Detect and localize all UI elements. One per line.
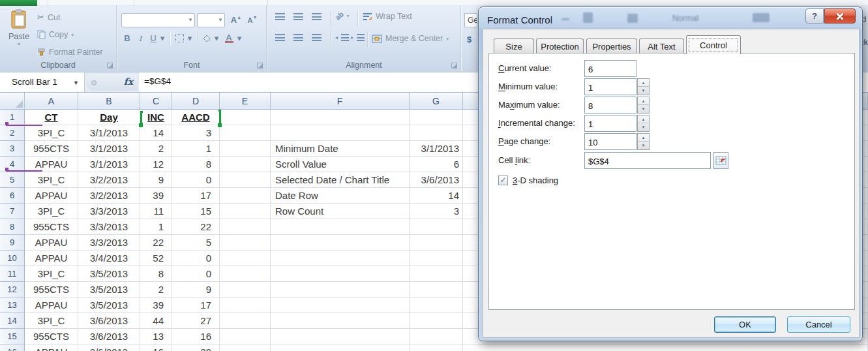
- font-dialog-launcher[interactable]: [257, 63, 263, 69]
- cell-B12[interactable]: 3/5/2013: [78, 282, 140, 298]
- orientation-button[interactable]: ab ▾: [335, 12, 350, 20]
- cell-B13[interactable]: 3/5/2013: [78, 298, 140, 313]
- cell-A8[interactable]: 955CTS: [25, 219, 78, 235]
- cell-C9[interactable]: 22: [140, 235, 172, 251]
- cell-E10[interactable]: [220, 251, 271, 266]
- tab-control[interactable]: Control: [686, 35, 741, 54]
- range-handle-purple[interactable]: [5, 168, 8, 171]
- cell-B8[interactable]: 3/3/2013: [78, 219, 140, 235]
- cell-C15[interactable]: 13: [140, 329, 172, 344]
- cell-D15[interactable]: 16: [172, 329, 220, 344]
- cell-C12[interactable]: 2: [140, 282, 172, 298]
- cell-E13[interactable]: [220, 298, 271, 313]
- tab-properties[interactable]: Properties: [586, 38, 637, 53]
- cell-F9[interactable]: [271, 235, 410, 251]
- cell-C7[interactable]: 11: [140, 204, 172, 219]
- cell-F4[interactable]: Scroll Value: [271, 157, 410, 172]
- range-handle-green[interactable]: [218, 123, 222, 127]
- cell-B3[interactable]: 3/1/2013: [78, 141, 140, 157]
- cell-A2[interactable]: 3PI_C: [25, 125, 78, 141]
- cell-G7[interactable]: 3: [410, 204, 463, 219]
- cell-G8[interactable]: [410, 219, 463, 235]
- cell-D10[interactable]: 0: [172, 251, 220, 266]
- row-header-10[interactable]: 10: [0, 251, 25, 266]
- row-header-6[interactable]: 6: [0, 188, 25, 204]
- cell-C10[interactable]: 52: [140, 251, 172, 266]
- cell-D9[interactable]: 5: [172, 235, 220, 251]
- column-header-E[interactable]: E: [220, 93, 271, 110]
- cell-F3[interactable]: Minimum Date: [271, 141, 410, 157]
- cell-E8[interactable]: [220, 219, 271, 235]
- decrease-indent-button[interactable]: ◂: [335, 34, 349, 41]
- column-header-C[interactable]: C: [140, 93, 172, 110]
- cell-G11[interactable]: [410, 266, 463, 282]
- spinner-down-icon[interactable]: ▼: [638, 142, 649, 149]
- cell-F7[interactable]: Row Count: [271, 204, 410, 219]
- tab-alt-text[interactable]: Alt Text: [639, 38, 684, 53]
- cell-E14[interactable]: [220, 313, 271, 329]
- cell-B10[interactable]: 3/4/2013: [78, 251, 140, 266]
- cell-F10[interactable]: [271, 251, 410, 266]
- grow-font-button[interactable]: A▲: [228, 12, 244, 27]
- cell-E5[interactable]: [220, 172, 271, 188]
- font-size-combo[interactable]: ▼: [197, 13, 225, 27]
- cell-A12[interactable]: 955CTS: [25, 282, 78, 298]
- cell-D5[interactable]: 0: [172, 172, 220, 188]
- cell-F15[interactable]: [271, 329, 410, 344]
- border-dropdown-arrow[interactable]: ▾: [187, 31, 193, 46]
- cell-C2[interactable]: 14: [140, 125, 172, 141]
- row-header-11[interactable]: 11: [0, 266, 25, 282]
- paste-dropdown-arrow[interactable]: ▾: [5, 41, 33, 47]
- bold-button[interactable]: B: [121, 31, 133, 46]
- cell-B14[interactable]: 3/6/2013: [78, 313, 140, 329]
- cell-D2[interactable]: 3: [172, 125, 220, 141]
- cell-B7[interactable]: 3/3/2013: [78, 204, 140, 219]
- cell-A7[interactable]: 3PI_C: [25, 204, 78, 219]
- cell-A14[interactable]: 3PI_C: [25, 313, 78, 329]
- currency-format-button[interactable]: $: [467, 35, 471, 44]
- cell-C11[interactable]: 8: [140, 266, 172, 282]
- cell-G13[interactable]: [410, 298, 463, 313]
- cell-G15[interactable]: [410, 329, 463, 344]
- cell-B15[interactable]: 3/6/2013: [78, 329, 140, 344]
- column-header-D[interactable]: D: [172, 93, 220, 110]
- tab-protection[interactable]: Protection: [536, 38, 584, 53]
- cell-A6[interactable]: APPAU: [25, 188, 78, 204]
- font-name-combo[interactable]: ▼: [121, 13, 195, 27]
- copy-dropdown-arrow[interactable]: ▾: [71, 32, 74, 38]
- cell-E4[interactable]: [220, 157, 271, 172]
- cell-D8[interactable]: 22: [172, 219, 220, 235]
- column-header-F[interactable]: F: [271, 93, 410, 110]
- cell-E9[interactable]: [220, 235, 271, 251]
- font-color-dropdown-arrow[interactable]: ▾: [236, 31, 243, 46]
- align-left-button[interactable]: [275, 34, 285, 41]
- column-header-A[interactable]: A: [25, 93, 78, 110]
- spinner-down-icon[interactable]: ▼: [638, 123, 649, 131]
- cell-B2[interactable]: 3/1/2013: [78, 125, 140, 141]
- spinner-up-icon[interactable]: ▲: [638, 134, 649, 142]
- copy-button[interactable]: Copy ▾: [37, 30, 74, 39]
- alignment-dialog-launcher[interactable]: [451, 63, 457, 69]
- cell-F16[interactable]: [271, 344, 410, 351]
- maximum-value-spinner[interactable]: ▲▼: [637, 97, 650, 114]
- minimum-value-input[interactable]: 1: [584, 78, 636, 95]
- cell-F5[interactable]: Selected Date / Chart Title: [271, 172, 410, 188]
- page-change-spinner[interactable]: ▲▼: [637, 133, 650, 150]
- cancel-button[interactable]: Cancel: [787, 316, 850, 333]
- cell-E6[interactable]: [220, 188, 271, 204]
- cell-A10[interactable]: APPAU: [25, 251, 78, 266]
- cell-F11[interactable]: [271, 266, 410, 282]
- cell-A13[interactable]: APPAU: [25, 298, 78, 313]
- cell-D7[interactable]: 15: [172, 204, 220, 219]
- cell-B11[interactable]: 3/5/2013: [78, 266, 140, 282]
- cell-C14[interactable]: 44: [140, 313, 172, 329]
- cell-E16[interactable]: [220, 344, 271, 351]
- wrap-text-button[interactable]: Wrap Text: [363, 12, 412, 21]
- cell-C16[interactable]: 16: [140, 344, 172, 351]
- cell-A15[interactable]: 955CTS: [25, 329, 78, 344]
- underline-dropdown-arrow[interactable]: ▾: [159, 31, 166, 46]
- current-value-input[interactable]: 6: [584, 60, 636, 77]
- cell-D11[interactable]: 0: [172, 266, 220, 282]
- border-button[interactable]: [173, 31, 185, 46]
- incremental-change-spinner[interactable]: ▲▼: [637, 115, 650, 132]
